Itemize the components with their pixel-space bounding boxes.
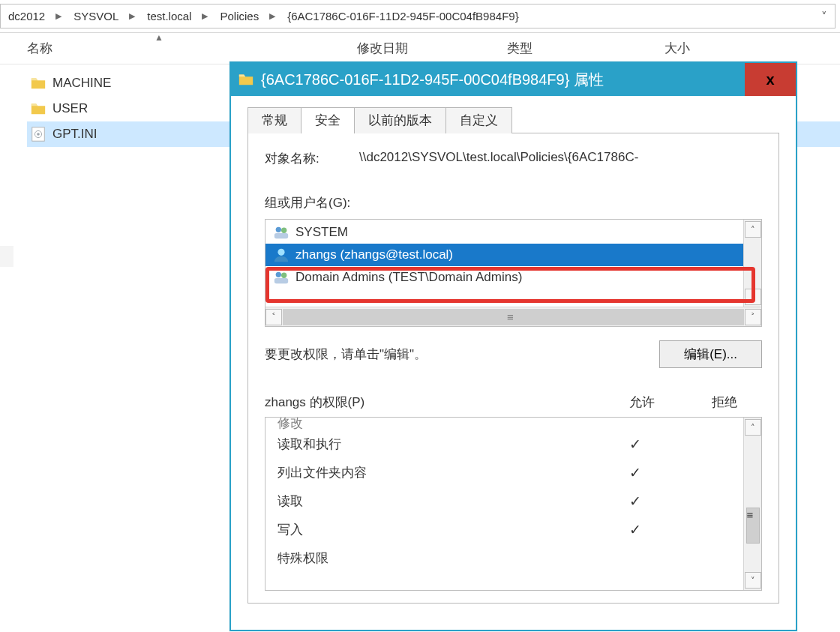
permissions-for-label: zhangs 的权限(P) <box>265 394 597 411</box>
permission-row: 写入 ✓ <box>278 515 743 544</box>
object-name-label: 对象名称: <box>265 150 329 167</box>
object-name-value: \\dc2012\SYSVOL\test.local\Policies\{6AC… <box>359 150 638 167</box>
tab-custom[interactable]: 自定义 <box>446 107 512 133</box>
permissions-list: 修改 读取和执行 ✓ 列出文件夹内容 ✓ 读 <box>265 417 762 591</box>
folder-icon <box>30 75 46 91</box>
scrollbar-thumb[interactable]: ≡ <box>746 508 760 544</box>
scroll-right-icon[interactable]: ˃ <box>745 309 761 325</box>
vertical-scrollbar[interactable]: ˄ ≡ ˅ <box>743 418 761 590</box>
dialog-titlebar[interactable]: {6AC1786C-016F-11D2-945F-00C04fB984F9} 属… <box>231 63 796 96</box>
group-item-label: zhangs (zhangs@test.local) <box>296 247 453 262</box>
permission-name: 修改 <box>278 418 590 432</box>
scroll-up-icon[interactable]: ˄ <box>745 221 761 238</box>
permissions-header: zhangs 的权限(P) 允许 拒绝 <box>265 394 762 411</box>
edit-button[interactable]: 编辑(E)... <box>659 340 762 368</box>
permission-row: 修改 <box>278 418 743 430</box>
group-item-system[interactable]: SYSTEM <box>266 221 761 244</box>
check-icon: ✓ <box>590 464 680 481</box>
tab-row: 常规 安全 以前的版本 自定义 <box>231 96 796 133</box>
ini-file-icon <box>30 126 46 142</box>
check-icon: ✓ <box>590 436 680 453</box>
permission-row: 列出文件夹内容 ✓ <box>278 458 743 487</box>
svg-point-2 <box>37 133 40 136</box>
scrollbar-thumb[interactable]: ≡ <box>283 309 744 325</box>
permission-name: 列出文件夹内容 <box>278 464 590 481</box>
properties-dialog: {6AC1786C-016F-11D2-945F-00C04fB984F9} 属… <box>230 61 797 631</box>
breadcrumb-item[interactable]: SYSVOL <box>66 4 124 28</box>
scroll-up-icon[interactable]: ˄ <box>745 419 761 436</box>
chevron-right-icon: ▶ <box>51 11 66 21</box>
chevron-right-icon: ▶ <box>265 11 280 21</box>
object-name-row: 对象名称: \\dc2012\SYSVOL\test.local\Policie… <box>265 150 762 167</box>
dialog-title: {6AC1786C-016F-11D2-945F-00C04fB984F9} 属… <box>261 70 745 90</box>
column-header-size[interactable]: 大小 <box>664 40 754 57</box>
tab-security[interactable]: 安全 <box>301 107 355 133</box>
allow-header: 允许 <box>597 394 687 411</box>
column-header-label: 名称 <box>27 41 52 55</box>
file-name: USER <box>52 101 88 116</box>
breadcrumb-item[interactable]: dc2012 <box>1 4 51 28</box>
permission-name: 写入 <box>278 521 590 538</box>
folder-icon <box>231 71 261 88</box>
permission-row: 读取和执行 ✓ <box>278 430 743 458</box>
group-item-zhangs[interactable]: zhangs (zhangs@test.local) <box>266 244 761 266</box>
breadcrumb-item[interactable]: {6AC1786C-016F-11D2-945F-00C04fB984F9} <box>280 4 525 28</box>
permission-row: 特殊权限 <box>278 544 743 572</box>
chevron-right-icon: ▶ <box>124 11 140 21</box>
file-name: MACHINE <box>52 76 111 91</box>
chevron-right-icon: ▶ <box>197 11 212 21</box>
scroll-down-icon[interactable]: ˅ <box>745 572 761 589</box>
column-header-date[interactable]: 修改日期 <box>357 40 507 57</box>
svg-point-7 <box>276 272 281 277</box>
tab-panel-security: 对象名称: \\dc2012\SYSVOL\test.local\Policie… <box>248 133 779 604</box>
permission-name: 特殊权限 <box>278 550 590 567</box>
edit-hint: 要更改权限，请单击"编辑"。 <box>265 346 644 363</box>
file-name: GPT.INI <box>52 127 98 142</box>
permission-row: 读取 ✓ <box>278 487 743 515</box>
group-users-list: SYSTEM zhangs (zhangs@test.local) Domain… <box>265 219 762 327</box>
deny-header: 拒绝 <box>687 394 762 411</box>
permission-name: 读取 <box>278 493 590 510</box>
group-item-label: Domain Admins (TEST\Domain Admins) <box>296 270 522 285</box>
address-bar-row: dc2012▶ SYSVOL▶ test.local▶ Policies▶ {6… <box>0 0 840 33</box>
column-header-name[interactable]: 名称 ▲ <box>27 40 357 57</box>
tab-general[interactable]: 常规 <box>248 107 302 133</box>
tab-previous[interactable]: 以前的版本 <box>354 107 446 133</box>
user-icon <box>273 247 290 263</box>
check-icon: ✓ <box>590 493 680 510</box>
svg-point-6 <box>278 249 284 256</box>
close-icon: x <box>766 71 774 88</box>
breadcrumb-item[interactable]: Policies <box>212 4 265 28</box>
column-header-type[interactable]: 类型 <box>507 40 664 57</box>
chevron-down-icon[interactable]: ˅ <box>814 10 835 23</box>
folder-icon <box>30 100 46 117</box>
nav-tree-edge <box>0 246 14 267</box>
vertical-scrollbar[interactable]: ˄ ˅ <box>743 220 761 307</box>
group-item-label: SYSTEM <box>296 225 348 240</box>
svg-point-4 <box>281 228 286 233</box>
scroll-left-icon[interactable]: ˂ <box>266 309 282 325</box>
scroll-down-icon[interactable]: ˅ <box>745 289 761 305</box>
svg-rect-5 <box>274 233 288 238</box>
close-button[interactable]: x <box>745 63 796 96</box>
check-icon: ✓ <box>590 521 680 538</box>
column-headers: 名称 ▲ 修改日期 类型 大小 <box>0 33 840 64</box>
group-icon <box>273 224 290 241</box>
svg-point-3 <box>276 227 281 232</box>
sort-asc-icon: ▲ <box>154 32 164 43</box>
group-item-domain-admins[interactable]: Domain Admins (TEST\Domain Admins) <box>266 266 761 289</box>
svg-point-8 <box>281 273 286 278</box>
address-bar[interactable]: dc2012▶ SYSVOL▶ test.local▶ Policies▶ {6… <box>0 4 836 28</box>
svg-rect-9 <box>274 278 288 283</box>
group-users-label: 组或用户名(G): <box>265 194 762 211</box>
group-icon <box>273 269 290 286</box>
edit-permissions-row: 要更改权限，请单击"编辑"。 编辑(E)... <box>265 340 762 368</box>
permission-name: 读取和执行 <box>278 436 590 453</box>
breadcrumb-item[interactable]: test.local <box>140 4 197 28</box>
horizontal-scrollbar[interactable]: ˂ ≡ ˃ <box>266 307 761 326</box>
